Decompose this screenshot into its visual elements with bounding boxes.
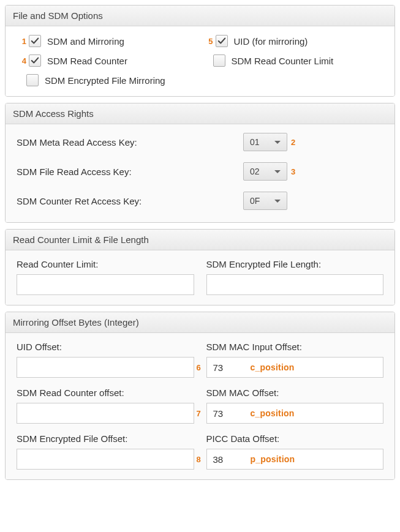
input-sdm-encrypted-file-offset[interactable] [17,449,194,470]
checkbox-sdm-encrypted-file-mirroring[interactable] [26,74,39,86]
marker-8: 8 [197,455,201,464]
input-sdm-read-counter-offset[interactable] [17,403,194,424]
chevron-down-icon [274,200,281,203]
panel-header-access-rights: SDM Access Rights [6,103,394,124]
label-uid-mirroring: UID (for mirroring) [234,36,308,47]
label-sdm-mac-offset: SDM MAC Offset: [206,388,384,398]
chevron-down-icon [274,170,281,173]
panel-header-file-sdm: File and SDM Options [6,6,394,26]
label-meta-read-key: SDM Meta Read Access Key: [17,137,243,148]
label-sdm-encrypted-file-mirroring: SDM Encrypted File Mirroring [45,75,165,86]
check-icon [31,56,39,65]
input-picc-data-offset[interactable] [206,449,384,470]
label-read-counter-limit: Read Counter Limit: [17,259,194,269]
check-icon [217,37,226,45]
label-sdm-read-counter-limit: SDM Read Counter Limit [232,56,334,66]
label-sdm-mirroring: SDM and Mirroring [47,36,124,47]
input-sdm-encrypted-file-length[interactable] [206,274,384,295]
label-picc-data-offset: PICC Data Offset: [206,433,384,444]
input-sdm-mac-input-offset[interactable] [206,357,384,378]
marker-5: 5 [203,37,213,46]
dropdown-value-file-read: 02 [250,167,260,176]
panel-header-read-counter-limit: Read Counter Limit & File Length [6,230,394,250]
check-icon [31,37,39,45]
marker-4: 4 [17,56,26,66]
label-uid-offset: UID Offset: [17,342,194,352]
panel-header-mirroring-offset: Mirroring Offset Bytes (Integer) [6,312,394,333]
dropdown-value-meta-read: 01 [250,137,260,147]
marker-6: 6 [197,363,201,372]
dropdown-counter-ret-key[interactable]: 0F [243,192,287,210]
panel-mirroring-offset-bytes: Mirroring Offset Bytes (Integer) UID Off… [5,312,395,480]
checkbox-sdm-mirroring[interactable] [29,35,41,47]
dropdown-file-read-key[interactable]: 02 [243,162,287,181]
checkbox-sdm-read-counter-limit[interactable] [213,54,225,67]
label-sdm-encrypted-file-length: SDM Encrypted File Length: [206,259,384,269]
label-sdm-encrypted-file-offset: SDM Encrypted File Offset: [17,433,194,444]
input-sdm-mac-offset[interactable] [206,403,384,424]
label-sdm-read-counter: SDM Read Counter [47,56,127,66]
dropdown-value-counter-ret: 0F [250,196,260,206]
input-read-counter-limit[interactable] [17,274,194,295]
label-counter-ret-key: SDM Counter Ret Access Key: [17,196,243,206]
dropdown-meta-read-key[interactable]: 01 [243,133,287,151]
panel-sdm-access-rights: SDM Access Rights SDM Meta Read Access K… [5,103,395,223]
label-sdm-read-counter-offset: SDM Read Counter offset: [17,388,194,398]
label-file-read-key: SDM File Read Access Key: [17,167,243,177]
label-sdm-mac-input-offset: SDM MAC Input Offset: [206,342,384,352]
marker-3: 3 [291,167,295,176]
marker-7: 7 [197,409,201,418]
checkbox-sdm-read-counter[interactable] [29,54,41,67]
input-uid-offset[interactable] [17,357,194,378]
checkbox-uid-mirroring[interactable] [216,35,228,47]
panel-read-counter-limit: Read Counter Limit & File Length Read Co… [5,229,395,305]
chevron-down-icon [274,141,281,144]
marker-1: 1 [17,37,26,46]
marker-2: 2 [291,138,295,147]
panel-file-sdm-options: File and SDM Options 1 SDM and Mirroring… [5,5,395,97]
